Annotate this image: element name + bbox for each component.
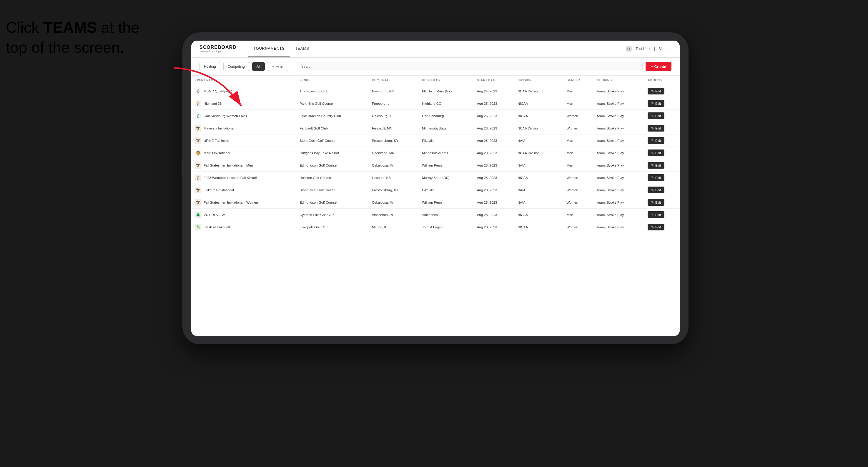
cell-city: Prestonsburg, KY — [368, 134, 418, 147]
cell-event-name: 🏌 2023 Women's Hesston Fall Kickoff — [191, 172, 296, 184]
cell-start-date: Aug 28, 2023 — [473, 221, 514, 234]
cell-gender: Men — [563, 147, 593, 159]
edit-icon: ✎ — [651, 188, 654, 192]
cell-division: NICAA II — [514, 209, 563, 221]
app-header: SCOREBOARD Powered by clippit TOURNAMENT… — [191, 41, 680, 58]
team-icon: 🌲 — [195, 212, 201, 218]
edit-button[interactable]: ✎ Edit — [648, 88, 664, 94]
edit-button[interactable]: ✎ Edit — [648, 137, 664, 144]
edit-button[interactable]: ✎ Edit — [648, 113, 664, 119]
col-division: DIVISION — [514, 75, 563, 85]
tablet-frame: SCOREBOARD Powered by clippit TOURNAMENT… — [182, 32, 688, 344]
hosting-filter-button[interactable]: Hosting — [199, 62, 220, 71]
logo-area: SCOREBOARD Powered by clippit — [199, 45, 237, 53]
team-icon: 🏌 — [195, 88, 201, 94]
event-name-text: Morris Invitational — [204, 151, 230, 155]
edit-button[interactable]: ✎ Edit — [648, 150, 664, 156]
cell-venue: Edmundson Golf Course — [296, 196, 368, 209]
cell-actions: ✎ Edit — [644, 85, 680, 97]
edit-button[interactable]: ✎ Edit — [648, 162, 664, 168]
event-name-text: Fall Statesmen Invitational - Women — [204, 201, 258, 204]
cell-actions: ✎ Edit — [644, 110, 680, 122]
cell-gender: Men — [563, 134, 593, 147]
edit-button[interactable]: ✎ Edit — [648, 187, 664, 193]
event-name-text: MSMC Qualifying 1 — [204, 89, 233, 93]
cell-city: Freeport, IL — [368, 97, 418, 110]
edit-label: Edit — [655, 89, 661, 93]
team-icon: 🦅 — [195, 137, 201, 144]
edit-icon: ✎ — [651, 200, 654, 204]
edit-icon: ✎ — [651, 176, 654, 180]
logo-title: SCOREBOARD — [199, 45, 237, 50]
team-icon: 🏌 — [195, 100, 201, 107]
cell-start-date: Aug 28, 2023 — [473, 147, 514, 159]
cell-venue: Cypress Hills Golf Club — [296, 209, 368, 221]
instruction-prefix: Click — [6, 19, 43, 36]
table-row: 🦅 Maverick Invitational Faribault Golf C… — [191, 122, 680, 134]
competing-filter-button[interactable]: Competing — [223, 62, 249, 71]
sign-out-link[interactable]: Sign out — [658, 47, 672, 51]
event-name-text: upike fall invitational — [204, 188, 234, 192]
cell-event-name: 🦁 Morris Invitational — [191, 147, 296, 159]
separator: | — [654, 47, 655, 51]
col-gender: GENDER — [563, 75, 593, 85]
create-button[interactable]: + Create — [646, 62, 672, 71]
edit-label: Edit — [655, 201, 661, 204]
edit-button[interactable]: ✎ Edit — [648, 174, 664, 181]
tab-teams[interactable]: TEAMS — [290, 41, 314, 57]
col-scoring: SCORING — [594, 75, 644, 85]
team-icon: 🦅 — [195, 125, 201, 131]
table-row: 🏌 Carl Sandburg Women FA23 Lake Bracken … — [191, 110, 680, 122]
nav-tabs: TOURNAMENTS TEAMS — [248, 41, 626, 57]
cell-hosted-by: Minnesota-Morris — [418, 147, 473, 159]
cell-event-name: 🏌 MSMC Qualifying 1 — [191, 85, 296, 97]
edit-icon: ✎ — [651, 163, 654, 167]
table-body: 🏌 MSMC Qualifying 1 The Powelton Club Ne… — [191, 85, 680, 234]
edit-label: Edit — [655, 213, 661, 217]
col-actions: ACTIONS — [644, 75, 680, 85]
table-row: 🌲 VU PREVIEW Cypress Hills Golf Club Vin… — [191, 209, 680, 221]
search-input[interactable] — [297, 62, 643, 71]
cell-city: Prestonsburg, KY — [368, 184, 418, 196]
cell-venue: Ruttger's Bay Lake Resort — [296, 147, 368, 159]
edit-icon: ✎ — [651, 213, 654, 217]
edit-button[interactable]: ✎ Edit — [648, 199, 664, 206]
cell-hosted-by: Murray State (OK) — [418, 172, 473, 184]
edit-button[interactable]: ✎ Edit — [648, 125, 664, 131]
team-icon: 🏌 — [195, 113, 201, 119]
settings-icon[interactable]: ⚙ — [625, 45, 632, 52]
cell-venue: Hesston Golf Course — [296, 172, 368, 184]
tab-tournaments[interactable]: TOURNAMENTS — [248, 41, 290, 57]
table-row: 🏌 MSMC Qualifying 1 The Powelton Club Ne… — [191, 85, 680, 97]
cell-venue: StoneCrest Golf Course — [296, 184, 368, 196]
cell-division: NCAA Division II — [514, 122, 563, 134]
cell-scoring: team, Stroke Play — [594, 147, 644, 159]
cell-hosted-by: Carl Sandburg — [418, 110, 473, 122]
filter-icon: ≡ — [272, 64, 274, 68]
table-row: 🏌 Highland 36 Park Hills Golf Course Fre… — [191, 97, 680, 110]
edit-button[interactable]: ✎ Edit — [648, 211, 664, 218]
cell-event-name: 🏌 Carl Sandburg Women FA23 — [191, 110, 296, 122]
filter-button[interactable]: ≡ Filter — [268, 62, 288, 71]
cell-city: Vincennes, IN — [368, 209, 418, 221]
cell-venue: Faribault Golf Club — [296, 122, 368, 134]
cell-event-name: 🦅 Fall Statesmen Invitational - Men — [191, 159, 296, 172]
cell-actions: ✎ Edit — [644, 184, 680, 196]
cell-event-name: 🦅 upike fall invitational — [191, 184, 296, 196]
cell-city: Newburgh, NY — [368, 85, 418, 97]
tournaments-table-container: EVENT NAME VENUE CITY, STATE HOSTED BY S… — [191, 75, 680, 336]
edit-button[interactable]: ✎ Edit — [648, 100, 664, 107]
table-row: 🦅 Fall Statesmen Invitational - Women Ed… — [191, 196, 680, 209]
cell-division: NCAA Division III — [514, 85, 563, 97]
edit-button[interactable]: ✎ Edit — [648, 224, 664, 230]
cell-city: Galesburg, IL — [368, 110, 418, 122]
instruction-text: Click TEAMS at thetop of the screen. — [6, 18, 140, 57]
cell-gender: Women — [563, 196, 593, 209]
cell-actions: ✎ Edit — [644, 159, 680, 172]
cell-gender: Men — [563, 97, 593, 110]
toolbar: Hosting Competing All ≡ Filter + Create — [191, 58, 680, 75]
cell-event-name: 🦅 Fall Statesmen Invitational - Women — [191, 196, 296, 209]
cell-actions: ✎ Edit — [644, 209, 680, 221]
all-filter-button[interactable]: All — [252, 62, 265, 71]
cell-division: NICAA I — [514, 221, 563, 234]
